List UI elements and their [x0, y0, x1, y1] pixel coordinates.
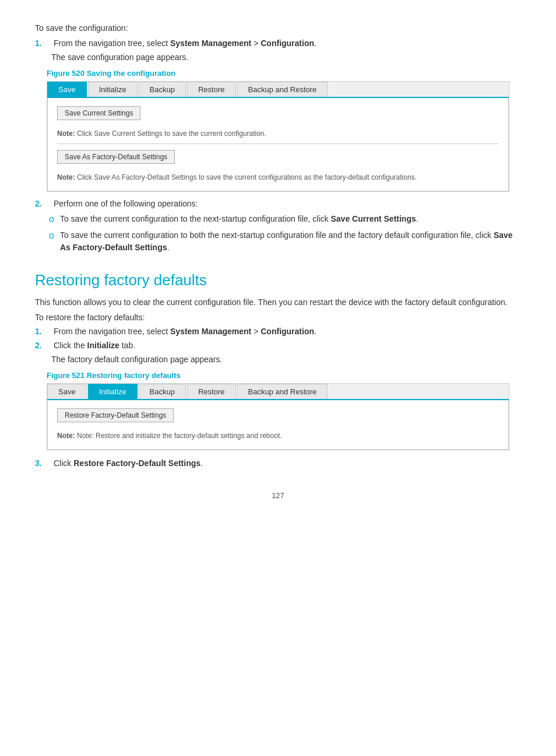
bullet-list: o To save the current configuration to t… — [49, 213, 521, 254]
bullet2-bold: Save As Factory-Default Settings — [60, 230, 513, 252]
note-2: Note: Click Save As Factory-Default Sett… — [57, 173, 499, 181]
bullet-text-1: To save the current configuration to the… — [60, 213, 521, 225]
figure-521-title: Figure 521 Restoring factory defaults — [47, 371, 509, 380]
divider-1 — [57, 144, 499, 144]
bullet-item-2: o To save the current configuration to b… — [49, 229, 521, 254]
save-factory-default-btn[interactable]: Save As Factory-Default Settings — [57, 150, 175, 164]
restore-step2: 2. Click the Initialize tab. — [35, 341, 521, 350]
bullet-item-1: o To save the current configuration to t… — [49, 213, 521, 226]
note2-text: Click Save As Factory-Default Settings t… — [77, 173, 417, 181]
tab-save-521[interactable]: Save — [47, 384, 87, 399]
figure-521-panel: Save Initialize Backup Restore Backup an… — [47, 383, 509, 450]
restore-step2-bold: Initialize — [87, 341, 119, 350]
bullet1-bold: Save Current Settings — [330, 214, 416, 223]
note-1: Note: Click Save Current Settings to sav… — [57, 130, 499, 138]
restore-step2-subtext: The factory default configuration page a… — [51, 355, 521, 364]
section2-intro: This function allows you to clear the cu… — [35, 298, 521, 307]
step1-number: 1. — [35, 38, 51, 48]
save-intro-text: To save the configuration: — [35, 23, 521, 33]
restore-step2-number: 2. — [35, 341, 51, 350]
tab-bar-520: Save Initialize Backup Restore Backup an… — [47, 82, 509, 98]
restore-step1-text: From the navigation tree, select System … — [54, 327, 521, 336]
tab-save-520[interactable]: Save — [47, 82, 87, 97]
restore-step3-text: Click Restore Factory-Default Settings. — [54, 459, 521, 468]
tab-backuprestore-521[interactable]: Backup and Restore — [237, 384, 328, 399]
section-heading: Restoring factory defaults — [35, 271, 521, 289]
tab-bar-521: Save Initialize Backup Restore Backup an… — [47, 384, 509, 400]
tab-initialize-521[interactable]: Initialize — [88, 384, 138, 399]
restore-step3-bold: Restore Factory-Default Settings — [73, 459, 200, 468]
page-content: To save the configuration: 1. From the n… — [35, 23, 521, 500]
restore-step1-bold2: Configuration — [261, 327, 314, 336]
note3-text: Note: Restore and initialize the factory… — [77, 432, 282, 440]
step-1: 1. From the navigation tree, select Syst… — [35, 38, 521, 48]
step1-bold2: Configuration — [261, 38, 314, 48]
tab-restore-521[interactable]: Restore — [187, 384, 236, 399]
restore-step2-text: Click the Initialize tab. — [54, 341, 521, 350]
restore-factory-default-btn[interactable]: Restore Factory-Default Settings — [57, 408, 174, 422]
figure-520: Figure 520 Saving the configuration Save… — [47, 69, 509, 192]
step2-number: 2. — [35, 199, 51, 208]
note1-text: Click Save Current Settings to save the … — [77, 130, 266, 138]
step1-bold1: System Management — [170, 38, 251, 48]
tab-initialize-520[interactable]: Initialize — [88, 82, 138, 97]
tab-content-520: Save Current Settings Note: Click Save C… — [47, 98, 509, 191]
figure-521: Figure 521 Restoring factory defaults Sa… — [47, 371, 509, 450]
step1-text: From the navigation tree, select System … — [54, 38, 521, 48]
restore-step3-number: 3. — [35, 459, 51, 468]
tab-backup-520[interactable]: Backup — [139, 82, 186, 97]
bullet-text-2: To save the current configuration to bot… — [60, 229, 521, 254]
step2-text: Perform one of the following operations: — [54, 199, 521, 208]
bullet-dot-1: o — [49, 213, 54, 226]
step-2: 2. Perform one of the following operatio… — [35, 199, 521, 254]
figure-520-title: Figure 520 Saving the configuration — [47, 69, 509, 78]
restore-step1-bold1: System Management — [170, 327, 251, 336]
note-3: Note: Note: Restore and initialize the f… — [57, 432, 499, 440]
restore-step1: 1. From the navigation tree, select Syst… — [35, 327, 521, 336]
tab-restore-520[interactable]: Restore — [187, 82, 236, 97]
tab-backup-521[interactable]: Backup — [139, 384, 186, 399]
restore-step3: 3. Click Restore Factory-Default Setting… — [35, 459, 521, 468]
step1-subtext: The save configuration page appears. — [51, 52, 521, 62]
tab-content-521: Restore Factory-Default Settings Note: N… — [47, 400, 509, 450]
figure-520-panel: Save Initialize Backup Restore Backup an… — [47, 81, 509, 192]
restore-intro: To restore the factory defaults: — [35, 313, 521, 322]
tab-backuprestore-520[interactable]: Backup and Restore — [237, 82, 328, 97]
bullet-dot-2: o — [49, 229, 54, 242]
save-current-settings-btn[interactable]: Save Current Settings — [57, 106, 140, 120]
restore-step1-number: 1. — [35, 327, 51, 336]
page-number: 127 — [35, 491, 521, 500]
